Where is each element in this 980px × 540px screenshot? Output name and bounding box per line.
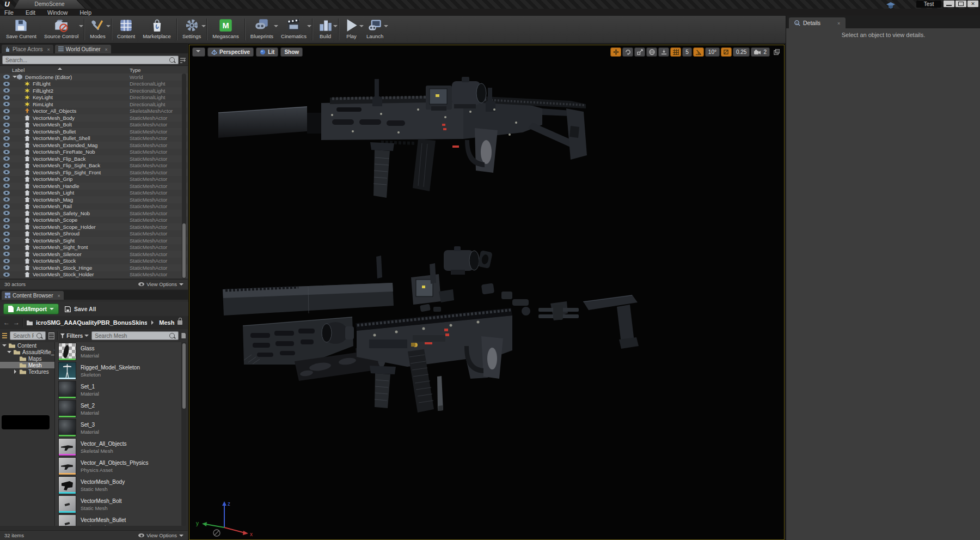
dropdown-caret-icon[interactable] <box>307 25 311 29</box>
visibility-eye-icon[interactable] <box>3 95 10 100</box>
marketplace-button[interactable]: Marketplace <box>139 17 175 40</box>
settings-button[interactable]: Settings <box>179 17 205 40</box>
gun-assembled[interactable] <box>218 77 587 198</box>
search-assets-input[interactable] <box>92 333 169 339</box>
visibility-eye-icon[interactable] <box>3 211 10 215</box>
expander-arrow-icon[interactable] <box>20 129 24 134</box>
folder-tree-item[interactable]: AssaultRifle_Tact <box>0 349 54 355</box>
asset-list-scrollbar-thumb[interactable] <box>182 343 186 409</box>
perspective-button[interactable]: Perspective <box>207 47 254 57</box>
expander-arrow-icon[interactable] <box>20 252 24 257</box>
expander-arrow-icon[interactable] <box>20 95 24 100</box>
tab-close-icon[interactable] <box>823 20 840 26</box>
visibility-eye-icon[interactable] <box>3 272 10 277</box>
expander-arrow-icon[interactable] <box>20 225 24 229</box>
save-all-button[interactable]: Save All <box>64 306 96 313</box>
tree-expander-icon[interactable] <box>2 343 7 348</box>
visibility-eye-icon[interactable] <box>3 150 10 154</box>
outliner-row[interactable]: VectorMesh_Silencer StaticMeshActor <box>0 251 188 258</box>
outliner-row[interactable]: VectorMesh_Stock_Hinge StaticMeshActor <box>0 264 188 271</box>
tab-close-icon[interactable] <box>55 293 60 299</box>
visibility-eye-icon[interactable] <box>3 225 10 229</box>
expander-arrow-icon[interactable] <box>20 217 24 222</box>
tree-expander-icon[interactable] <box>13 363 17 367</box>
blueprints-button[interactable]: Blueprints <box>247 17 277 40</box>
expander-arrow-icon[interactable] <box>20 156 24 161</box>
visibility-eye-icon[interactable] <box>3 265 10 270</box>
menu-item[interactable]: Window <box>47 9 68 16</box>
breadcrumb-path[interactable]: icroSMG_AAAQualityPBR_BonusSkins_Pack <box>36 319 147 326</box>
visibility-eye-icon[interactable] <box>3 156 10 161</box>
expander-arrow-icon[interactable] <box>20 272 24 277</box>
outliner-row[interactable]: VectorMesh_Sight_front StaticMeshActor <box>0 244 188 251</box>
tab-world-outliner[interactable]: World Outliner <box>55 45 111 53</box>
document-tab[interactable]: DemoScene <box>14 0 85 9</box>
visibility-eye-icon[interactable] <box>3 191 10 195</box>
expander-arrow-icon[interactable] <box>20 211 24 216</box>
visibility-eye-icon[interactable] <box>3 177 10 181</box>
outliner-row[interactable]: VectorMesh_Stock_Holder StaticMeshActor <box>0 271 188 278</box>
outliner-row[interactable]: RimLight DirectionalLight <box>0 101 188 108</box>
expander-arrow-icon[interactable] <box>20 265 24 270</box>
outliner-row[interactable]: VectorMesh_Shroud StaticMeshActor <box>0 230 188 238</box>
visibility-eye-icon[interactable] <box>3 218 10 222</box>
outliner-row[interactable]: VectorMesh_Scope_Holder StaticMeshActor <box>0 223 188 230</box>
outliner-row[interactable]: VectorMesh_Extended_Mag StaticMeshActor <box>0 142 188 149</box>
asset-item[interactable]: Set_2 Material <box>55 399 181 418</box>
visibility-eye-icon[interactable] <box>3 252 10 256</box>
expander-arrow-icon[interactable] <box>20 197 24 202</box>
visibility-eye-icon[interactable] <box>3 163 10 168</box>
expander-arrow-icon[interactable] <box>20 177 24 181</box>
rotation-snap-size[interactable]: 10° <box>705 47 720 57</box>
expander-arrow-icon[interactable] <box>20 108 24 113</box>
sources-panel-toggle-icon[interactable] <box>2 333 7 338</box>
title-bar[interactable] <box>0 0 980 9</box>
outliner-row[interactable]: FillLight2 DirectionalLight <box>0 87 188 94</box>
visibility-eye-icon[interactable] <box>3 245 10 250</box>
visibility-eye-icon[interactable] <box>3 259 10 263</box>
folder-tree-item[interactable]: Content <box>0 342 54 349</box>
surface-snap-button[interactable] <box>658 47 669 57</box>
menu-item[interactable]: Help <box>79 9 91 16</box>
outliner-row[interactable]: VectorMesh_Handle StaticMeshActor <box>0 183 188 190</box>
tree-expander-icon[interactable] <box>13 369 17 374</box>
asset-item[interactable]: Rigged_Model_Skeleton Skeleton <box>55 361 181 380</box>
expander-arrow-icon[interactable] <box>20 102 24 107</box>
visibility-eye-icon[interactable] <box>3 82 10 86</box>
tree-expander-icon[interactable] <box>13 356 17 361</box>
restore-button[interactable] <box>955 1 966 7</box>
column-type[interactable]: Type <box>130 67 141 73</box>
back-arrow-icon[interactable]: ← <box>3 319 10 326</box>
visibility-eye-icon[interactable] <box>3 102 10 106</box>
build-button[interactable]: Build <box>314 17 336 40</box>
outliner-search-box[interactable] <box>2 56 179 64</box>
menu-item[interactable]: File <box>4 9 14 16</box>
menu-item[interactable]: Edit <box>26 9 35 16</box>
move-tool-button[interactable] <box>610 47 621 57</box>
asset-item[interactable]: VectorMesh_Body Static Mesh <box>55 476 181 495</box>
expander-arrow-icon[interactable] <box>12 75 17 80</box>
tree-expander-icon[interactable] <box>7 350 11 354</box>
visibility-eye-icon[interactable] <box>3 116 10 120</box>
folder-tree-item[interactable]: Textures <box>0 368 54 375</box>
scale-snap-button[interactable] <box>721 47 732 57</box>
visibility-eye-icon[interactable] <box>3 238 10 242</box>
megascans-button[interactable]: M Megascans <box>209 17 243 40</box>
rotation-snap-button[interactable] <box>693 47 704 57</box>
cinematics-button[interactable]: Cinematics <box>277 17 310 40</box>
outliner-scrollbar-thumb[interactable] <box>182 223 186 278</box>
outliner-row[interactable]: VectorMesh_Mag StaticMeshActor <box>0 196 188 203</box>
outliner-row[interactable]: VectorMesh_Flip_Sight_Back StaticMeshAct… <box>0 162 188 169</box>
visibility-eye-icon[interactable] <box>3 136 10 141</box>
expander-arrow-icon[interactable] <box>20 163 24 168</box>
minimize-button[interactable] <box>944 1 954 7</box>
expander-arrow-icon[interactable] <box>20 258 24 263</box>
expander-arrow-icon[interactable] <box>20 88 24 93</box>
expander-arrow-icon[interactable] <box>20 190 24 195</box>
outliner-row[interactable]: VectorMesh_Scope StaticMeshActor <box>0 217 188 224</box>
tab-close-icon[interactable] <box>45 46 50 52</box>
filters-button[interactable]: Filters <box>60 332 89 339</box>
outliner-row[interactable]: FillLight DirectionalLight <box>0 81 188 88</box>
lock-icon[interactable] <box>177 320 182 325</box>
outliner-row[interactable]: VectorMesh_FireRate_Nob StaticMeshActor <box>0 149 188 156</box>
